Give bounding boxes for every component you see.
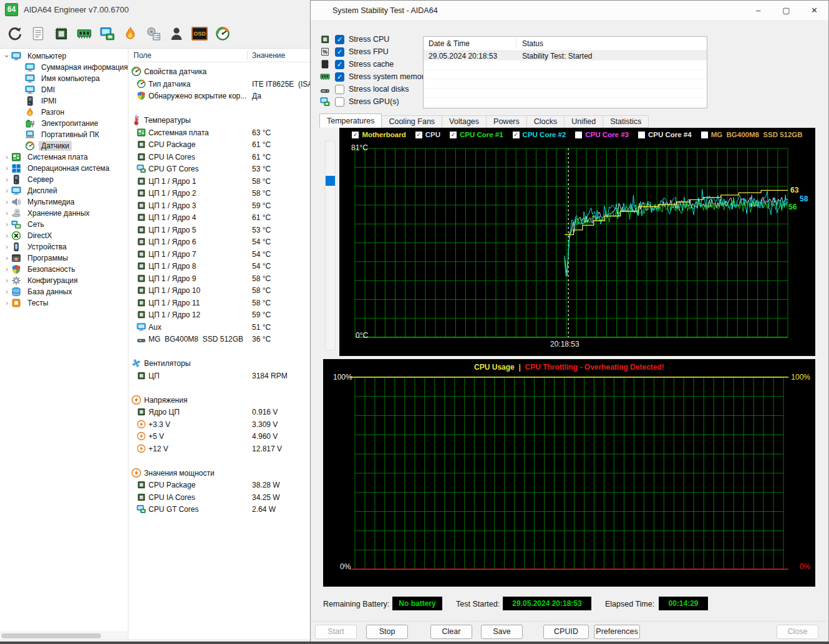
checkbox[interactable]: ✓	[335, 72, 344, 82]
sensor-row[interactable]: CPU Package61 °C	[128, 138, 310, 151]
tree-horizontal-scrollbar[interactable]	[0, 632, 128, 639]
tree-item-хранение-данных[interactable]: ›Хранение данных	[0, 208, 128, 219]
tree-item-суммарная-информация[interactable]: Суммарная информация	[0, 62, 128, 73]
sensor-row[interactable]: ЦП 1 / Ядро 754 °C	[128, 248, 310, 261]
legend-checkbox[interactable]: ✓	[415, 132, 422, 138]
sensor-row[interactable]: +3.3 V3.309 V	[128, 418, 310, 431]
sensor-row[interactable]: +12 V12.817 V	[128, 443, 310, 455]
chevron-right-icon[interactable]: ›	[2, 198, 11, 206]
legend-checkbox[interactable]: ✓	[352, 132, 359, 138]
group-header-0[interactable]: Свойства датчика	[128, 65, 310, 78]
sensor-row[interactable]: ЦП3184 RPM	[128, 370, 310, 382]
sensor-row[interactable]: CPU GT Cores2.64 W	[128, 503, 310, 516]
sensor-row[interactable]: ЦП 1 / Ядро 359 °C	[128, 199, 310, 212]
sensor-row[interactable]: ЦП 1 / Ядро 958 °C	[128, 272, 310, 285]
tree-item-имя-компьютера[interactable]: Имя компьютера	[0, 73, 128, 84]
sensor-row[interactable]: MG BG400M8 SSD 512GB36 °C	[128, 333, 310, 345]
sensor-row[interactable]: ЦП 1 / Ядро 258 °C	[128, 187, 310, 199]
sensor-row[interactable]: ЦП 1 / Ядро 654 °C	[128, 236, 310, 248]
tree-item-дисплей[interactable]: ›Дисплей	[0, 185, 128, 196]
sensor-row[interactable]: CPU GT Cores53 °C	[128, 163, 310, 175]
sensor-row[interactable]: ЦП 1 / Ядро 158 °C	[128, 175, 310, 188]
memory-icon[interactable]	[75, 25, 93, 42]
tree-item-операционная-система[interactable]: ›Операционная система	[0, 163, 128, 174]
scrollbar-thumb[interactable]	[1, 633, 101, 638]
chart-zoom-slider[interactable]	[325, 141, 336, 350]
chevron-right-icon[interactable]: ›	[2, 175, 11, 184]
tree-item-база-данных[interactable]: ›База данных	[0, 286, 128, 297]
chevron-right-icon[interactable]: ›	[2, 164, 11, 173]
sensor-row[interactable]: CPU IA Cores61 °C	[128, 151, 310, 163]
report-icon[interactable]	[29, 25, 47, 42]
checkbox[interactable]: ✓	[335, 60, 344, 69]
maximize-button[interactable]: ▢	[772, 1, 800, 20]
column-header-field[interactable]: Поле	[133, 51, 152, 60]
log-col-divider[interactable]	[516, 39, 516, 49]
group-header-4[interactable]: Значения мощности	[128, 467, 310, 479]
tree-item-устройства[interactable]: ›Устройства	[0, 241, 128, 252]
sensor-row[interactable]: Системная плата63 °C	[128, 127, 310, 139]
tree-item-ipmi[interactable]: IPMI	[0, 95, 128, 107]
cpuid-button[interactable]: CPUID	[543, 625, 589, 639]
tree-item-мультимедиа[interactable]: ›Мультимедиа	[0, 196, 128, 208]
tab-temperatures[interactable]: Temperatures	[319, 113, 382, 128]
chevron-right-icon[interactable]: ›	[2, 254, 11, 262]
sensor-row[interactable]: ЦП 1 / Ядро 1259 °C	[128, 309, 310, 321]
sensor-row[interactable]: ЦП 1 / Ядро 854 °C	[128, 260, 310, 272]
log-col-datetime[interactable]: Date & Time	[429, 39, 470, 48]
minimize-button[interactable]: –	[744, 1, 772, 20]
chevron-right-icon[interactable]: ›	[2, 153, 11, 161]
refresh-icon[interactable]	[6, 25, 24, 42]
chevron-right-icon[interactable]: ›	[2, 231, 11, 240]
chevron-down-icon[interactable]: ›	[2, 52, 11, 60]
sensor-row[interactable]: ЦП 1 / Ядро 461 °C	[128, 211, 310, 224]
sensor-row[interactable]: Ядро ЦП0.916 V	[128, 406, 310, 418]
tree-item-тесты[interactable]: ›Тесты	[0, 297, 128, 309]
sensor-row[interactable]: CPU IA Cores34.25 W	[128, 491, 310, 504]
legend-checkbox[interactable]	[575, 132, 582, 138]
chevron-right-icon[interactable]: ›	[2, 276, 11, 285]
chevron-right-icon[interactable]: ›	[2, 265, 11, 274]
log-col-status[interactable]: Status	[522, 39, 543, 48]
column-divider[interactable]	[247, 50, 248, 60]
osd-icon[interactable]: OSD	[191, 25, 208, 42]
group-header-3[interactable]: Напряжения	[128, 394, 310, 406]
checkbox[interactable]: ✓	[335, 97, 344, 107]
chevron-right-icon[interactable]: ›	[2, 299, 11, 307]
stop-button[interactable]: Stop	[366, 625, 408, 639]
sensor-row[interactable]: ЦП 1 / Ядро 553 °C	[128, 224, 310, 236]
tab-powers[interactable]: Powers	[487, 115, 527, 128]
chevron-right-icon[interactable]: ›	[2, 209, 11, 218]
tree-item-безопасность[interactable]: ›Безопасность	[0, 264, 128, 275]
tab-statistics[interactable]: Statistics	[603, 115, 649, 128]
tab-cooling-fans[interactable]: Cooling Fans	[382, 115, 442, 128]
checkbox[interactable]: ✓	[335, 35, 344, 44]
gpu-icon[interactable]	[99, 25, 116, 42]
tree-item-компьютер[interactable]: ›Компьютер	[0, 50, 128, 62]
chevron-right-icon[interactable]: ›	[2, 287, 11, 296]
tab-clocks[interactable]: Clocks	[527, 115, 565, 128]
tree-item-портативный-пк[interactable]: Портативный ПК	[0, 129, 128, 140]
legend-checkbox[interactable]	[701, 132, 708, 138]
preferences-button[interactable]: Preferences	[594, 625, 640, 639]
tree-item-датчики[interactable]: Датчики	[0, 140, 128, 151]
tree-item-directx[interactable]: ›DirectX	[0, 230, 128, 241]
sensor-row[interactable]: +5 V4.960 V	[128, 430, 310, 443]
log-row[interactable]: 29.05.2024 20:18:53Stability Test: Start…	[424, 51, 707, 60]
stress-test-icon[interactable]	[122, 25, 139, 42]
tree-item-конфигурация[interactable]: ›Конфигурация	[0, 275, 128, 286]
group-header-2[interactable]: Вентиляторы	[128, 357, 310, 370]
legend-checkbox[interactable]: ✓	[513, 132, 520, 138]
settings-icon[interactable]	[145, 25, 162, 42]
tab-voltages[interactable]: Voltages	[442, 115, 487, 128]
close-window-button[interactable]: ✕	[800, 1, 828, 20]
checkbox[interactable]: ✓	[335, 47, 344, 57]
column-header-value[interactable]: Значение	[252, 51, 285, 60]
tree-item-программы[interactable]: ›Программы	[0, 252, 128, 264]
legend-checkbox[interactable]	[638, 132, 645, 138]
gauge-icon[interactable]	[214, 25, 231, 42]
chevron-right-icon[interactable]: ›	[2, 243, 11, 251]
tree-item-системная-плата[interactable]: ›Системная плата	[0, 151, 128, 163]
tree-item-сеть[interactable]: ›Сеть	[0, 219, 128, 230]
tree-item-dmi[interactable]: DMI	[0, 84, 128, 95]
